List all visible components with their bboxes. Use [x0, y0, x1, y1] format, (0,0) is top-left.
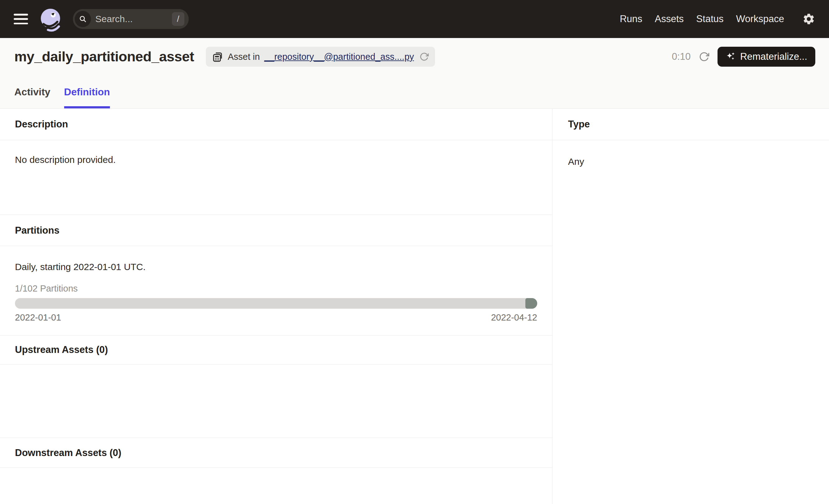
asset-badge-prefix: Asset in	[228, 52, 260, 62]
partitions-count-label: 1/102 Partitions	[15, 284, 537, 294]
nav-links: Runs Assets Status Workspace	[620, 12, 815, 26]
search-input[interactable]	[95, 14, 168, 24]
downstream-assets-header: Downstream Assets (0)	[0, 438, 552, 468]
dagster-logo-icon[interactable]	[37, 6, 64, 32]
type-value: Any	[552, 140, 829, 183]
left-column: Description No description provided. Par…	[0, 109, 552, 504]
nav-item-runs[interactable]: Runs	[620, 13, 642, 25]
downstream-assets-body	[0, 468, 552, 504]
description-section-header: Description	[0, 109, 552, 140]
description-section-body: No description provided.	[0, 140, 552, 215]
search-bar[interactable]: /	[73, 9, 189, 29]
sparkle-icon	[726, 51, 736, 62]
search-icon	[75, 11, 91, 27]
menu-icon[interactable]	[14, 14, 28, 24]
nav-item-status[interactable]: Status	[696, 13, 724, 25]
tab-bar: Activity Definition	[0, 75, 829, 108]
nav-item-assets[interactable]: Assets	[655, 13, 684, 25]
page-header: my_daily_partitioned_asset Asset in __re…	[0, 38, 829, 109]
definition-content: Description No description provided. Par…	[0, 109, 829, 504]
repository-icon	[212, 51, 223, 62]
description-text: No description provided.	[15, 154, 116, 165]
repository-link[interactable]: __repository__@partitioned_ass....py	[264, 52, 414, 62]
asset-location-badge: Asset in __repository__@partitioned_ass.…	[206, 47, 435, 67]
right-column: Type Any	[552, 109, 829, 504]
top-nav: / Runs Assets Status Workspace	[0, 0, 829, 38]
partitions-progress-bar[interactable]	[15, 298, 537, 309]
slash-shortcut-key: /	[172, 12, 184, 26]
settings-gear-icon[interactable]	[802, 12, 815, 26]
partitions-progress-materialized	[526, 298, 537, 309]
rematerialize-button[interactable]: Rematerialize...	[718, 47, 815, 67]
tab-definition[interactable]: Definition	[64, 75, 110, 108]
rematerialize-label: Rematerialize...	[740, 51, 807, 62]
page-title: my_daily_partitioned_asset	[14, 48, 194, 65]
dagster-asset-page: / Runs Assets Status Workspace my_daily_…	[0, 0, 829, 504]
partitions-section-header: Partitions	[0, 215, 552, 246]
upstream-assets-body	[0, 364, 552, 438]
type-section-header: Type	[552, 109, 829, 140]
refresh-countdown: 0:10	[672, 51, 690, 62]
partitions-section-body: Daily, starting 2022-01-01 UTC. 1/102 Pa…	[0, 246, 552, 335]
badge-reload-icon[interactable]	[420, 52, 429, 61]
refresh-icon[interactable]	[699, 51, 710, 62]
tab-activity[interactable]: Activity	[14, 75, 50, 108]
upstream-assets-header: Upstream Assets (0)	[0, 335, 552, 364]
partitions-summary: Daily, starting 2022-01-01 UTC.	[15, 262, 537, 272]
partition-range-start: 2022-01-01	[15, 313, 61, 323]
partition-range-end: 2022-04-12	[491, 313, 537, 323]
nav-item-workspace[interactable]: Workspace	[736, 13, 785, 25]
